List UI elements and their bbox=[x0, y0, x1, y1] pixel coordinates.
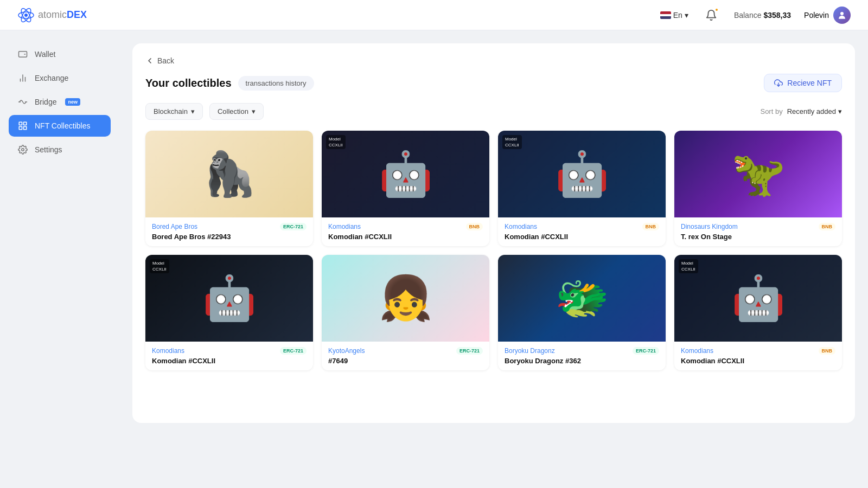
nft-name: Komodian #CCXLII bbox=[152, 357, 307, 365]
sidebar-item-label: Exchange bbox=[35, 74, 68, 82]
nft-image-wrap: Model CCXLII 🤖 bbox=[145, 255, 313, 342]
chevron-down-icon: ▾ bbox=[838, 107, 842, 115]
language-label: En bbox=[673, 11, 682, 20]
back-button[interactable]: Back bbox=[145, 56, 174, 65]
sort-section: Sort by Recently added ▾ bbox=[760, 107, 842, 115]
svg-point-0 bbox=[24, 14, 28, 17]
transactions-history-button[interactable]: transactions history bbox=[238, 76, 314, 91]
sidebar-item-label: Bridge bbox=[35, 98, 56, 106]
nft-card-body: KyotoAngels ERC-721 #7649 bbox=[322, 342, 489, 370]
sidebar-item-label: Settings bbox=[35, 145, 62, 154]
nft-artwork: 🦍 bbox=[145, 131, 313, 217]
sort-value-button[interactable]: Recently added ▾ bbox=[787, 107, 842, 115]
nft-image-wrap: 👧 bbox=[322, 255, 489, 342]
nft-card[interactable]: Model CCXLII 🤖 Komodians BNB Komodian #C… bbox=[322, 131, 489, 246]
nft-model-label: Model CCXLII bbox=[326, 135, 346, 149]
nft-card-body: Bored Ape Bros ERC-721 Bored Ape Bros #2… bbox=[145, 217, 313, 246]
content-card: Back Your collectibles transactions hist… bbox=[132, 43, 855, 423]
svg-rect-14 bbox=[24, 127, 27, 130]
back-label: Back bbox=[157, 56, 174, 65]
language-button[interactable]: En ▾ bbox=[660, 11, 688, 20]
balance-section: Balance $358,33 bbox=[734, 11, 791, 20]
sidebar: Wallet Exchange Bridge new bbox=[0, 30, 119, 488]
page-title: Your collectibles bbox=[145, 77, 232, 89]
nft-collection-row: KyotoAngels ERC-721 bbox=[328, 347, 483, 355]
nft-card-body: Boryoku Dragonz ERC-721 Boryoku Dragonz … bbox=[498, 342, 666, 370]
chevron-down-icon: ▾ bbox=[685, 11, 688, 20]
nft-collection-name: Dinosaurs Kingdom bbox=[681, 223, 738, 230]
nft-model-label: Model CCXLII bbox=[679, 259, 698, 273]
badge-new: new bbox=[65, 98, 80, 106]
collection-filter-button[interactable]: Collection ▾ bbox=[209, 103, 264, 120]
nft-card[interactable]: 🐲 Boryoku Dragonz ERC-721 Boryoku Dragon… bbox=[498, 255, 666, 370]
svg-rect-12 bbox=[24, 122, 27, 125]
nft-card[interactable]: 🦖 Dinosaurs Kingdom BNB T. rex On Stage bbox=[674, 131, 842, 246]
nft-card[interactable]: Model CCXLII 🤖 Komodians BNB Komodian #C… bbox=[498, 131, 666, 246]
nft-artwork: 🦖 bbox=[674, 131, 842, 217]
nft-artwork: 🤖 bbox=[498, 131, 666, 217]
header: atomicDEX En ▾ Balance $358,33 Polevin bbox=[0, 0, 868, 30]
nft-image-wrap: 🐲 bbox=[498, 255, 666, 342]
nft-card[interactable]: Model CCXLII 🤖 Komodians ERC-721 Komodia… bbox=[145, 255, 313, 370]
sidebar-item-bridge[interactable]: Bridge new bbox=[9, 91, 111, 113]
nft-collection-row: Dinosaurs Kingdom BNB bbox=[681, 223, 835, 230]
wallet-icon bbox=[17, 49, 28, 60]
svg-point-15 bbox=[22, 149, 24, 151]
svg-rect-13 bbox=[19, 127, 22, 130]
receive-nft-label: Recieve NFT bbox=[787, 79, 832, 87]
svg-point-4 bbox=[840, 12, 844, 15]
filters-row: Blockchain ▾ Collection ▾ Sort by Recent… bbox=[145, 103, 842, 120]
nft-collection-row: Boryoku Dragonz ERC-721 bbox=[505, 347, 659, 355]
nft-collection-name: Komodians bbox=[328, 223, 361, 230]
user-section: Polevin bbox=[804, 7, 851, 24]
blockchain-filter-button[interactable]: Blockchain ▾ bbox=[145, 103, 203, 120]
page-header-left: Your collectibles transactions history bbox=[145, 76, 314, 91]
nft-collection-row: Komodians BNB bbox=[328, 223, 483, 230]
app-body: Wallet Exchange Bridge new bbox=[0, 0, 868, 488]
nft-artwork: 🤖 bbox=[674, 255, 842, 342]
logo-atom-icon bbox=[17, 7, 35, 24]
nft-card[interactable]: 👧 KyotoAngels ERC-721 #7649 bbox=[322, 255, 489, 370]
nft-image-wrap: 🦍 bbox=[145, 131, 313, 217]
nft-token-badge: BNB bbox=[642, 223, 660, 230]
nft-name: Boryoku Dragonz #362 bbox=[505, 357, 659, 365]
sidebar-item-label: Wallet bbox=[35, 50, 55, 59]
collection-label: Collection bbox=[218, 107, 248, 115]
balance-amount: $358,33 bbox=[763, 11, 791, 20]
nft-name: Komodian #CCXLII bbox=[328, 233, 483, 241]
nft-token-badge: ERC-721 bbox=[633, 347, 659, 355]
nft-image-wrap: Model CCXLII 🤖 bbox=[322, 131, 489, 217]
sidebar-item-nft-collectibles[interactable]: NFT Collectibles bbox=[9, 115, 111, 137]
nft-card-body: Komodians BNB Komodian #CCXLII bbox=[674, 342, 842, 370]
header-right: En ▾ Balance $358,33 Polevin bbox=[660, 5, 851, 25]
nft-card[interactable]: 🦍 Bored Ape Bros ERC-721 Bored Ape Bros … bbox=[145, 131, 313, 246]
nft-token-badge: BNB bbox=[466, 223, 483, 230]
sidebar-item-settings[interactable]: Settings bbox=[9, 139, 111, 160]
sidebar-item-exchange[interactable]: Exchange bbox=[9, 67, 111, 89]
nft-name: #7649 bbox=[328, 357, 483, 365]
bridge-icon bbox=[17, 97, 28, 107]
username: Polevin bbox=[804, 11, 829, 20]
logo-text: atomicDEX bbox=[38, 9, 87, 21]
nft-card-body: Dinosaurs Kingdom BNB T. rex On Stage bbox=[674, 217, 842, 246]
receive-nft-button[interactable]: Recieve NFT bbox=[764, 74, 842, 92]
nft-artwork: 🤖 bbox=[322, 131, 489, 217]
notification-button[interactable] bbox=[701, 5, 721, 25]
nft-name: Komodian #CCXLII bbox=[681, 357, 835, 365]
nft-token-badge: BNB bbox=[819, 347, 836, 355]
nft-token-badge: BNB bbox=[819, 223, 836, 230]
back-arrow-icon bbox=[145, 56, 154, 65]
svg-rect-11 bbox=[19, 122, 22, 125]
blockchain-label: Blockchain bbox=[154, 107, 188, 115]
nft-collection-row: Bored Ape Bros ERC-721 bbox=[152, 223, 307, 230]
nft-token-badge: ERC-721 bbox=[280, 347, 307, 355]
nft-card[interactable]: Model CCXLII 🤖 Komodians BNB Komodian #C… bbox=[674, 255, 842, 370]
nft-token-badge: ERC-721 bbox=[280, 223, 307, 230]
sidebar-item-label: NFT Collectibles bbox=[35, 121, 90, 130]
sidebar-item-wallet[interactable]: Wallet bbox=[9, 43, 111, 65]
chevron-down-icon: ▾ bbox=[252, 107, 256, 115]
chevron-down-icon: ▾ bbox=[191, 107, 195, 115]
nft-model-label: Model CCXLII bbox=[502, 135, 522, 149]
nft-collection-name: Bored Ape Bros bbox=[152, 223, 197, 230]
nft-artwork: 🤖 bbox=[145, 255, 313, 342]
